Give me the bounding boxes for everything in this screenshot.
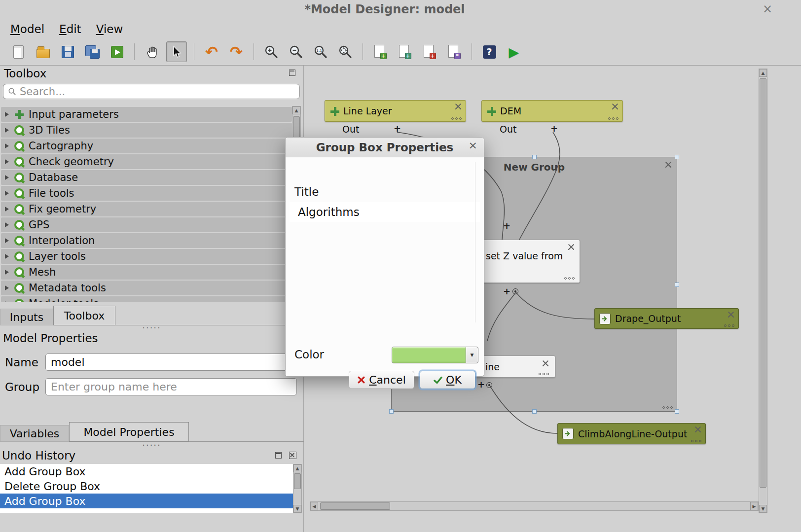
splitter-handle[interactable]: [0, 326, 303, 330]
tab-toolbox[interactable]: Toolbox: [53, 306, 115, 325]
zoom-out-button[interactable]: [286, 41, 306, 62]
scrollbar-thumb[interactable]: [760, 78, 766, 488]
splitter-handle[interactable]: [0, 443, 303, 447]
tab-model-properties[interactable]: Model Properties: [69, 422, 189, 442]
tab-variables[interactable]: Variables: [0, 425, 69, 442]
canvas-vscrollbar[interactable]: [759, 69, 767, 513]
export-as-svg-button[interactable]: +: [395, 41, 415, 62]
resize-handle-icon[interactable]: [539, 373, 549, 376]
export-model-button[interactable]: [107, 41, 127, 62]
toolbox-group-gps[interactable]: GPS: [1, 217, 292, 232]
new-model-button[interactable]: [8, 41, 29, 62]
delete-node-icon[interactable]: [568, 244, 575, 250]
chevron-right-icon[interactable]: [5, 285, 10, 290]
chevron-right-icon[interactable]: [5, 301, 10, 302]
chevron-down-icon[interactable]: [466, 347, 478, 363]
export-as-script-button[interactable]: *: [444, 41, 465, 62]
scrollbar-thumb[interactable]: [294, 473, 301, 489]
menu-edit[interactable]: Edit: [52, 21, 89, 37]
undo-scrollbar[interactable]: [293, 464, 302, 513]
select-tool-button[interactable]: [166, 41, 187, 62]
pan-tool-button[interactable]: [142, 41, 162, 62]
scroll-right-button[interactable]: [750, 502, 758, 510]
toolbox-search[interactable]: [3, 84, 300, 99]
resize-handle-icon[interactable]: [564, 277, 575, 280]
node-dem[interactable]: DEM: [481, 100, 623, 122]
chevron-right-icon[interactable]: [5, 175, 10, 180]
dialog-titlebar[interactable]: Group Box Properties ×: [286, 138, 484, 157]
undo-button[interactable]: ↶: [201, 41, 222, 62]
chevron-right-icon[interactable]: [5, 254, 10, 259]
node-drape-output[interactable]: Drape_Output: [594, 308, 739, 329]
delete-node-icon[interactable]: [455, 103, 462, 110]
menu-model[interactable]: Model: [3, 21, 52, 37]
node-climbalongline-output[interactable]: ClimbAlongLine-Output: [557, 423, 706, 444]
toolbox-group-cartography[interactable]: Cartography: [1, 139, 292, 153]
run-model-button[interactable]: ▶: [504, 41, 524, 62]
chevron-right-icon[interactable]: [5, 143, 10, 148]
chevron-right-icon[interactable]: [5, 128, 10, 133]
chevron-right-icon[interactable]: [5, 191, 10, 196]
export-as-pdf-button[interactable]: +: [419, 41, 440, 62]
chevron-right-icon[interactable]: [5, 238, 10, 243]
toolbox-group-metadata-tools[interactable]: Metadata tools: [1, 281, 292, 295]
delete-node-icon[interactable]: [728, 311, 734, 318]
resize-handle-icon[interactable]: [691, 440, 702, 443]
add-link-icon[interactable]: +: [503, 220, 510, 231]
float-panel-icon[interactable]: [289, 70, 295, 76]
scroll-left-button[interactable]: [310, 502, 318, 510]
export-as-image-button[interactable]: +: [370, 41, 391, 62]
scroll-up-button[interactable]: [293, 464, 301, 472]
chevron-right-icon[interactable]: [5, 222, 10, 227]
help-button[interactable]: ?: [479, 41, 500, 62]
chevron-right-icon[interactable]: [5, 270, 10, 275]
chevron-right-icon[interactable]: [5, 112, 10, 117]
zoom-in-button[interactable]: [261, 41, 282, 62]
ok-button[interactable]: OK: [420, 371, 475, 389]
model-name-input[interactable]: [45, 354, 299, 371]
add-link-icon[interactable]: +: [477, 379, 485, 390]
window-titlebar[interactable]: *Model Designer: model ×: [0, 0, 801, 20]
zoom-full-button[interactable]: [335, 41, 356, 62]
zoom-actual-button[interactable]: 1:1: [310, 41, 331, 62]
tab-inputs[interactable]: Inputs: [0, 309, 53, 325]
undo-history-item[interactable]: Add Group Box: [0, 464, 293, 479]
canvas-hscrollbar[interactable]: [310, 501, 759, 511]
float-panel-icon[interactable]: [275, 452, 282, 459]
toolbox-group-3d-tiles[interactable]: 3D Tiles: [1, 123, 292, 138]
chevron-right-icon[interactable]: [5, 159, 10, 164]
redo-button[interactable]: ↷: [226, 41, 247, 62]
toolbox-group-database[interactable]: Database: [1, 170, 292, 185]
toolbox-group-interpolation[interactable]: Interpolation: [1, 233, 292, 248]
scroll-down-button[interactable]: [759, 505, 767, 513]
undo-history-item[interactable]: Delete Group Box: [0, 479, 293, 494]
resize-handle-icon[interactable]: [608, 117, 619, 120]
scroll-down-button[interactable]: [293, 505, 301, 513]
toolbox-group-mesh[interactable]: Mesh: [1, 265, 292, 280]
resize-handle-icon[interactable]: [724, 324, 735, 327]
delete-node-icon[interactable]: [694, 426, 701, 433]
delete-node-icon[interactable]: [542, 360, 549, 367]
model-group-input[interactable]: [45, 378, 297, 395]
chevron-right-icon[interactable]: [5, 207, 10, 212]
toolbox-group-input-parameters[interactable]: Input parameters: [1, 107, 292, 122]
color-swatch-button[interactable]: [392, 347, 478, 363]
open-model-button[interactable]: [33, 41, 53, 62]
toolbox-group-check-geometry[interactable]: Check geometry: [1, 154, 292, 169]
add-link-icon[interactable]: +: [550, 123, 558, 134]
close-panel-icon[interactable]: [289, 452, 296, 459]
title-field-input[interactable]: Algorithms: [290, 202, 480, 222]
dialog-close-button[interactable]: ×: [469, 139, 477, 151]
scroll-up-button[interactable]: [759, 69, 767, 77]
save-model-as-button[interactable]: [82, 41, 103, 62]
add-link-icon[interactable]: +: [503, 286, 510, 296]
menu-view[interactable]: View: [89, 21, 131, 37]
window-close-button[interactable]: ×: [763, 2, 772, 16]
add-link-icon[interactable]: +: [394, 123, 401, 134]
scroll-up-button[interactable]: [292, 106, 300, 114]
undo-history-item-selected[interactable]: Add Group Box: [0, 494, 293, 508]
delete-node-icon[interactable]: [612, 103, 619, 110]
toolbox-group-file-tools[interactable]: File tools: [1, 186, 292, 201]
resize-handle-icon[interactable]: [451, 117, 462, 120]
toolbox-group-modeler-tools[interactable]: Modeler tools: [1, 296, 292, 302]
